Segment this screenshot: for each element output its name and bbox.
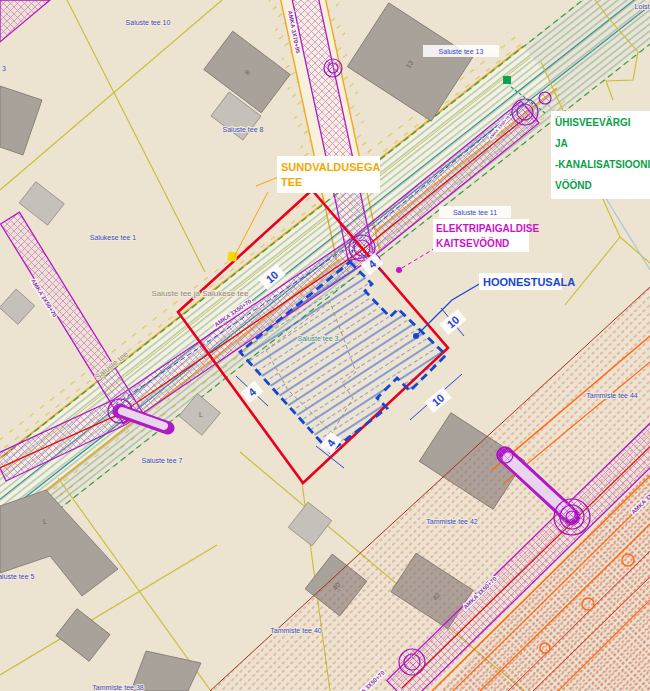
- parcel-label: Tammiste tee 40: [270, 627, 321, 634]
- building-mark: L: [199, 411, 203, 418]
- map-canvas[interactable]: AMKA 3X70+95 AMKA 3X50+70 AMKA 3X50+70 A…: [0, 0, 650, 691]
- parcel-label: Saluste tee 11: [453, 209, 497, 216]
- electric-marker: [396, 267, 402, 273]
- parcel-label: Tammiste tee 42: [426, 518, 477, 525]
- parcel-label: Saluste tee 3: [298, 335, 339, 342]
- callout-line: JA: [555, 138, 568, 149]
- callout-line: ÜHISVEEVÄRGI: [555, 116, 631, 128]
- parcel-label-partial: 3: [2, 65, 6, 72]
- parcel-label: Tammiste tee 38: [92, 684, 143, 691]
- parcel-label: Salukese tee 1: [90, 234, 136, 241]
- callout-line: KAITSEVÖÖND: [436, 237, 509, 249]
- detail-plan-map: AMKA 3X70+95 AMKA 3X50+70 AMKA 3X50+70 A…: [0, 0, 650, 691]
- water-marker: [503, 76, 511, 84]
- parcel-label: Tammiste tee 44: [586, 392, 637, 399]
- parcel-label: Saluste tee 13: [439, 48, 484, 55]
- parcel-label: Saluste tee 8: [223, 126, 264, 133]
- callout-hoonestusala: HOONESTUSALA: [479, 273, 575, 290]
- callout-line: VÖÖND: [555, 179, 592, 191]
- road-parcel-name: Saluste tee ja Salukese tee: [152, 289, 250, 298]
- building-mark: L: [43, 518, 47, 525]
- callout-line: -KANALISATSIOONI: [555, 159, 650, 170]
- callout-line: HOONESTUSALA: [483, 276, 575, 288]
- callout-elektripaigaldise: ELEKTRIPAIGALDISE KAITSEVÖÖND: [433, 219, 539, 252]
- callout-line: TEE: [281, 176, 302, 188]
- callout-sundvaldusega-tee: SUNDVALDUSEGA TEE: [277, 156, 380, 193]
- callout-line: ELEKTRIPAIGALDISE: [436, 223, 539, 234]
- callout-veevark-vond: ÜHISVEEVÄRGI JA -KANALISATSIOONI VÖÖND: [551, 111, 650, 199]
- parcel-label: Saluste tee 5: [0, 573, 35, 580]
- parcel-label: Saluste tee 7: [142, 457, 183, 464]
- callout-line: SUNDVALDUSEGA: [281, 161, 380, 173]
- parcel-label: Saluste tee 10: [126, 19, 171, 26]
- parcel-label-partial: Loist: [635, 3, 650, 10]
